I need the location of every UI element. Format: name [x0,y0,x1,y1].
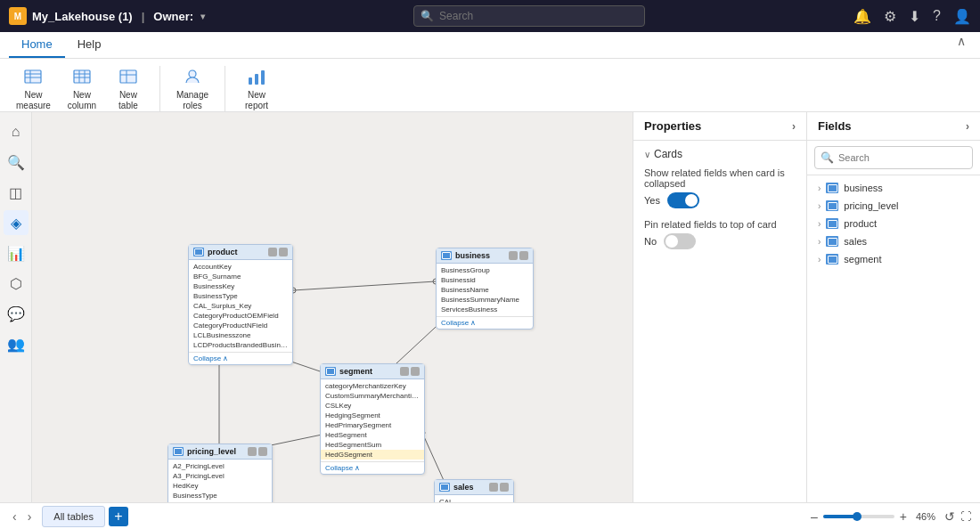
sales-minimize-btn[interactable] [489,483,498,492]
segment-minimize-btn[interactable] [400,367,409,376]
business-expand-btn[interactable] [519,251,528,260]
segment-field-4: HedPrimarySegment [321,420,424,430]
bottom-bar: ‹ › All tables + – + 46% ↺ ⛶ [0,502,980,529]
table-card-segment[interactable]: segment categoryMerchantizerKey CustomSu… [320,363,425,475]
field-label-segment: segment [844,254,881,264]
new-report-button[interactable]: Newreport [234,62,279,115]
properties-panel: Properties › ∨ Cards Show related fields… [633,112,806,502]
owner-label: Owner: [153,10,193,23]
new-table-icon [118,66,139,87]
product-field-2: BusinessKey [189,281,292,291]
zoom-reset-btn[interactable]: ↺ [944,509,955,524]
table-name-business: business [455,251,490,260]
product-minimize-btn[interactable] [268,248,277,256]
new-measure-button[interactable]: Newmeasure [9,62,58,115]
download-icon[interactable]: ⬇ [909,8,920,25]
zoom-slider-fill [823,515,856,518]
ribbon-collapse-btn[interactable]: ∧ [951,32,971,50]
zoom-fit-btn[interactable]: ⛶ [960,510,971,523]
pricing-expand-btn[interactable] [258,447,267,456]
notification-icon[interactable]: 🔔 [853,8,871,25]
new-column-button[interactable]: Newcolumn [60,62,104,115]
business-collapse-btn[interactable]: Collapse ∧ [437,316,533,329]
zoom-minus-btn[interactable]: – [811,509,818,524]
table-name-sales: sales [453,483,474,492]
table-card-pricing-level[interactable]: pricing_level A2_PricingLevel A3_Pricing… [167,444,273,502]
fields-search-input[interactable] [814,146,973,169]
fields-list: › business › pricing_level › product › [807,175,980,502]
sidebar-icon-users[interactable]: 👥 [4,331,29,356]
zoom-slider[interactable] [823,515,894,518]
tab-add-button[interactable]: + [109,507,128,526]
field-label-pricing: pricing_level [844,200,898,211]
product-field-0: AccountKey [189,262,292,272]
ribbon-tabs: Home Help ∧ [0,32,980,59]
field-item-product[interactable]: › product [807,215,980,232]
segment-expand-btn[interactable] [411,367,420,376]
pricing-minimize-btn[interactable] [248,447,257,456]
properties-expand-icon[interactable]: › [792,120,796,133]
zoom-slider-thumb[interactable] [853,512,862,521]
product-collapse-btn[interactable]: Collapse ∧ [189,352,292,364]
product-field-8: LCDProductsBrandedBusiness [189,340,292,350]
sidebar-icon-chat[interactable]: 💬 [4,301,29,326]
product-expand-btn[interactable] [279,248,288,256]
business-field-0: BusinessGroup [437,265,533,275]
tab-help[interactable]: Help [65,32,114,58]
show-related-value: Yes [644,195,660,206]
field-item-segment[interactable]: › segment [807,250,980,268]
segment-field-0: categoryMerchantizerKey [321,381,424,391]
pin-related-value: No [644,236,657,247]
nav-prev-btn[interactable]: ‹ [9,509,20,524]
sidebar-icon-data[interactable]: ◫ [4,180,29,205]
sidebar-icon-model[interactable]: ◈ [4,210,29,235]
table-card-sales[interactable]: sales CAL PRICE price Table tone Collaps… [434,479,514,502]
help-icon[interactable]: ? [933,8,941,24]
manage-roles-button[interactable]: Manageroles [169,62,216,115]
svg-line-21 [293,281,436,290]
table-card-segment-body: categoryMerchantizerKey CustomSummaryMer… [321,379,424,461]
new-table-button[interactable]: Newtable [106,62,151,115]
sidebar-icon-dag[interactable]: ⬡ [4,271,29,296]
user-icon[interactable]: 👤 [953,8,971,25]
sidebar-icon-home[interactable]: ⌂ [4,119,29,144]
pin-related-toggle[interactable] [664,233,696,249]
sidebar-icon-search[interactable]: 🔍 [4,150,29,175]
sidebar-icon-report[interactable]: 📊 [4,240,29,265]
field-item-business[interactable]: › business [807,179,980,197]
business-minimize-btn[interactable] [509,251,518,260]
product-field-7: LCLBusinesszone [189,330,292,340]
field-table-icon-business [826,183,838,193]
table-card-business[interactable]: business BusinessGroup Businessid Busine… [436,248,534,330]
search-wrap: 🔍 [413,5,645,27]
table-icon-business [441,251,452,260]
field-expand-business: › [818,183,821,193]
table-icon-sales [439,483,450,492]
svg-rect-13 [249,77,252,85]
search-input[interactable] [413,5,645,27]
table-card-product-body: AccountKey BFG_Surname BusinessKey Busin… [189,260,292,352]
field-item-pricing-level[interactable]: › pricing_level [807,197,980,215]
zoom-plus-btn[interactable]: + [900,509,907,524]
segment-collapse-btn[interactable]: Collapse ∧ [321,461,424,474]
table-card-product[interactable]: product AccountKey BFG_Surname BusinessK… [188,244,293,365]
fields-expand-icon[interactable]: › [966,120,969,133]
right-panels: Properties › ∨ Cards Show related fields… [633,112,980,502]
pricing-field-3: BusinessType [168,491,272,501]
show-related-toggle[interactable] [667,192,699,208]
nav-next-btn[interactable]: › [24,509,36,524]
cards-section-label: Cards [654,148,682,160]
svg-rect-15 [261,70,265,85]
tab-all-tables[interactable]: All tables [42,506,105,527]
owner-dropdown-icon[interactable]: ▾ [200,12,205,21]
settings-icon[interactable]: ⚙ [884,8,896,25]
canvas-area[interactable]: product AccountKey BFG_Surname BusinessK… [32,112,633,502]
manage-roles-label: Manageroles [176,90,208,111]
sales-expand-btn[interactable] [500,483,509,492]
new-report-icon [246,66,267,87]
field-table-icon-product [826,218,838,229]
fields-title: Fields [818,119,852,133]
field-item-sales[interactable]: › sales [807,232,980,250]
pin-related-toggle-knob [666,235,678,248]
tab-home[interactable]: Home [9,32,65,58]
